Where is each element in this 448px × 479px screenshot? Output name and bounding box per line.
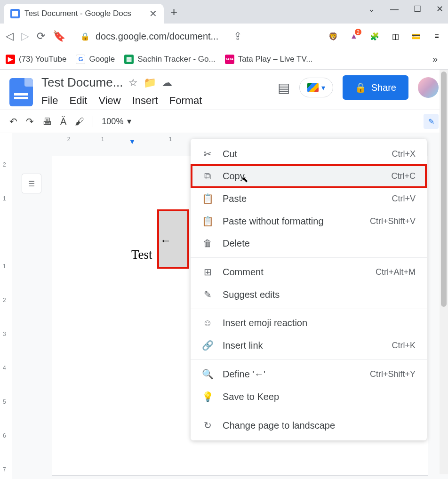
address-bar[interactable]: 🔒 docs.google.com/document... [73, 31, 226, 42]
undo-icon[interactable]: ↶ [9, 116, 17, 127]
meet-icon [307, 83, 319, 92]
zoom-select[interactable]: 100% ▾ [102, 116, 131, 127]
document-title[interactable]: Test Docume... [41, 75, 123, 90]
paint-format-icon[interactable]: 🖌 [75, 116, 84, 127]
bookmark-icon[interactable]: 🔖 [53, 30, 65, 42]
separator [140, 116, 140, 127]
browser-tab[interactable]: Test Document - Google Docs ✕ [4, 4, 164, 24]
new-tab-button[interactable]: + [170, 5, 177, 19]
extensions-icon[interactable]: 🧩 [369, 31, 380, 42]
context-menu-item-comment[interactable]: ⊞CommentCtrl+Alt+M [191, 261, 427, 283]
menu-bar: File Edit View Insert Format [41, 95, 202, 107]
menu-edit[interactable]: Edit [69, 95, 87, 107]
bookmark-youtube[interactable]: ▶ (73) YouTube [6, 55, 66, 64]
docs-logo-icon[interactable] [9, 78, 33, 106]
indent-marker-icon[interactable]: ▼ [129, 138, 136, 145]
menu-view[interactable]: View [98, 95, 120, 107]
suggest-edits-icon: ✎ [202, 289, 213, 300]
context-menu-label: Comment [223, 267, 366, 278]
extension-icons: 🦁 ▲ 🧩 ◫ 💳 ≡ [328, 31, 442, 42]
document-text[interactable]: Test [131, 247, 152, 262]
context-menu-item-insert-link[interactable]: 🔗Insert linkCtrl+K [191, 334, 427, 357]
window-controls: ⌄ — ☐ ✕ [368, 4, 443, 14]
share-url-icon[interactable]: ⇪ [233, 30, 242, 42]
context-menu-label: Delete [223, 238, 406, 249]
reload-button[interactable]: ⟳ [37, 30, 45, 42]
redo-icon[interactable]: ↷ [26, 116, 34, 127]
url-text: docs.google.com/document... [96, 31, 218, 42]
context-menu-shortcut: Ctrl+X [392, 149, 416, 159]
chevron-down-icon: ▾ [321, 83, 325, 92]
context-menu-item-paste-without-formatting[interactable]: 📋Paste without formattingCtrl+Shift+V [191, 210, 427, 232]
context-menu-item-change-page-to-landscape[interactable]: ↻Change page to landscape [191, 414, 427, 437]
vertical-ruler[interactable]: 2 1 1 2 3 4 5 6 7 [0, 133, 12, 479]
context-menu-label: Save to Keep [223, 391, 406, 402]
horizontal-ruler[interactable]: 2 1 1 ▼ [52, 133, 187, 145]
brave-shield-icon[interactable]: 🦁 [328, 31, 339, 42]
context-menu-item-delete[interactable]: 🗑Delete [191, 232, 427, 255]
context-menu-item-copy[interactable]: ⧉CopyCtrl+C [191, 164, 427, 188]
chevron-down-icon[interactable]: ⌄ [368, 4, 375, 14]
context-menu-label: Insert link [223, 340, 382, 351]
bookmark-label: Tata Play – Live TV... [238, 55, 313, 64]
insert-link-icon: 🔗 [202, 340, 213, 351]
bookmarks-overflow-icon[interactable]: » [432, 54, 438, 64]
context-menu-item-define-[interactable]: 🔍Define '←'Ctrl+Shift+Y [191, 363, 427, 385]
separator [191, 359, 427, 360]
menu-format[interactable]: Format [169, 95, 202, 107]
bookmark-google[interactable]: G Google [76, 55, 115, 64]
close-window-icon[interactable]: ✕ [436, 4, 443, 14]
forward-button: ▷ [21, 30, 29, 42]
move-icon[interactable]: 📁 [144, 77, 156, 89]
separator [191, 309, 427, 309]
chevron-down-icon: ▾ [127, 116, 131, 127]
minimize-icon[interactable]: — [390, 4, 399, 14]
zoom-value: 100% [102, 117, 123, 127]
menu-icon[interactable]: ≡ [431, 31, 442, 42]
context-menu-shortcut: Ctrl+K [392, 341, 416, 351]
star-icon[interactable]: ☆ [128, 77, 138, 89]
context-menu-shortcut: Ctrl+C [391, 171, 416, 181]
docs-header: Test Docume... ☆ 📁 ☁ File Edit View Inse… [0, 70, 448, 110]
arrow-glyph: ← [160, 234, 171, 247]
bookmark-sheets[interactable]: ▦ Sachin Tracker - Go... [124, 55, 215, 64]
bookmark-label: Sachin Tracker - Go... [137, 55, 215, 64]
comment-icon: ⊞ [202, 266, 213, 278]
menu-file[interactable]: File [41, 95, 58, 107]
menu-insert[interactable]: Insert [132, 95, 158, 107]
brave-rewards-icon[interactable]: ▲ [348, 31, 360, 42]
meet-button[interactable]: ▾ [299, 78, 333, 97]
wallet-icon[interactable]: 💳 [410, 31, 422, 42]
context-menu-shortcut: Ctrl+V [392, 194, 416, 204]
context-menu-item-cut[interactable]: ✂CutCtrl+X [191, 143, 427, 165]
context-menu-item-save-to-keep[interactable]: 💡Save to Keep [191, 385, 427, 408]
insert-emoji-reaction-icon: ☺ [202, 318, 213, 328]
maximize-icon[interactable]: ☐ [414, 4, 421, 14]
back-button[interactable]: ◁ [6, 30, 14, 42]
tab-title: Test Document - Google Docs [24, 9, 144, 18]
print-icon[interactable]: 🖶 [42, 116, 52, 127]
vertical-scrollbar[interactable] [440, 70, 448, 474]
cloud-status-icon[interactable]: ☁ [162, 77, 172, 89]
context-menu-label: Cut [223, 149, 382, 160]
separator [191, 257, 427, 258]
context-menu-item-paste[interactable]: 📋PasteCtrl+V [191, 187, 427, 210]
change-page-to-landscape-icon: ↻ [202, 420, 213, 431]
define--icon: 🔍 [202, 368, 213, 380]
close-tab-icon[interactable]: ✕ [149, 8, 157, 19]
account-avatar[interactable] [418, 77, 439, 98]
bookmark-label: Google [89, 55, 115, 64]
editing-mode-icon[interactable]: ✎ [424, 114, 439, 129]
context-menu: ✂CutCtrl+X⧉CopyCtrl+C📋PasteCtrl+V📋Paste … [191, 139, 427, 440]
side-panel-icon[interactable]: ◫ [390, 31, 401, 42]
context-menu-item-insert-emoji-reaction[interactable]: ☺Insert emoji reaction [191, 312, 427, 334]
save-to-keep-icon: 💡 [202, 391, 213, 402]
share-label: Share [371, 82, 396, 93]
outline-toggle-icon[interactable]: ☰ [22, 174, 41, 193]
bookmark-tata[interactable]: TATA Tata Play – Live TV... [225, 55, 313, 64]
context-menu-item-suggest-edits[interactable]: ✎Suggest edits [191, 283, 427, 306]
nav-bar: ◁ ▷ ⟳ 🔖 🔒 docs.google.com/document... ⇪ … [0, 24, 448, 49]
share-button[interactable]: 🔒 Share [343, 75, 408, 100]
spellcheck-icon[interactable]: Ă [60, 116, 66, 127]
comments-icon[interactable]: ▤ [278, 80, 290, 96]
